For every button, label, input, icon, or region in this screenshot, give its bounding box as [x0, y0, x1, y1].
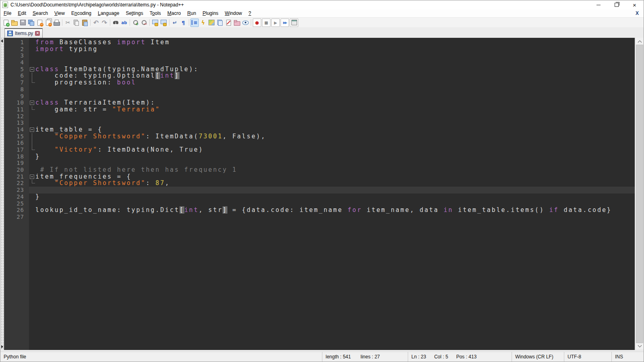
scroll-down-button[interactable] [636, 343, 644, 350]
cut-icon[interactable]: ✂ [64, 19, 72, 27]
fold-marker[interactable] [29, 153, 35, 160]
fold-marker[interactable] [29, 99, 35, 106]
fold-marker[interactable] [29, 72, 35, 79]
open-file-icon[interactable] [10, 19, 19, 27]
function-list-icon[interactable]: ϟ [199, 19, 207, 27]
menu-item[interactable]: Run [184, 10, 199, 17]
fold-marker[interactable] [29, 167, 35, 173]
line-number: 7 [4, 79, 29, 86]
macro-record-icon[interactable]: ● [253, 19, 261, 27]
docked-panel-splitter[interactable] [0, 38, 4, 350]
new-file-icon[interactable] [2, 19, 10, 27]
app-icon [2, 2, 8, 8]
monitoring-icon[interactable] [241, 19, 250, 27]
fold-marker[interactable] [29, 187, 35, 193]
menu-item[interactable]: View [51, 10, 68, 17]
save-all-icon[interactable] [27, 19, 35, 27]
fold-marker[interactable] [29, 119, 35, 126]
fold-marker[interactable] [29, 52, 35, 59]
status-insert-mode[interactable]: INS [611, 352, 644, 362]
fold-marker[interactable] [29, 46, 35, 53]
fold-marker[interactable] [29, 140, 35, 146]
expand-panel-arrow-icon[interactable] [1, 345, 3, 348]
toolbar-separator [169, 19, 169, 26]
fold-marker[interactable] [29, 79, 35, 86]
document-list-icon[interactable] [216, 19, 224, 27]
close-all-icon[interactable] [44, 19, 52, 27]
fold-marker[interactable] [29, 173, 35, 180]
indent-guide-icon[interactable]: ≡ [190, 19, 199, 27]
fold-marker[interactable] [29, 106, 35, 113]
fold-marker[interactable] [29, 133, 35, 140]
status-encoding[interactable]: UTF-8 [564, 352, 611, 362]
tab-items-py[interactable]: Items.py ✕ [4, 28, 43, 38]
copy-icon[interactable] [72, 19, 80, 27]
fold-marker[interactable] [29, 113, 35, 120]
menu-item[interactable]: Window [222, 10, 246, 17]
collapse-panel-arrow-icon[interactable] [1, 39, 3, 43]
close-document-icon[interactable] [35, 19, 44, 27]
toolbar-separator [110, 19, 110, 26]
scroll-up-button[interactable] [636, 38, 644, 45]
document-map-icon[interactable] [207, 19, 216, 27]
fold-marker[interactable] [29, 126, 35, 133]
menu-item[interactable]: Plugins [199, 10, 221, 17]
replace-icon[interactable]: ab [120, 19, 128, 27]
line-body [29, 214, 635, 220]
fold-marker[interactable] [29, 160, 35, 167]
define-language-icon[interactable] [224, 19, 233, 27]
menu-item[interactable]: Tools [147, 10, 164, 17]
fold-marker[interactable] [29, 214, 35, 220]
redo-icon[interactable]: ↷ [100, 19, 109, 27]
fold-marker[interactable] [29, 207, 35, 214]
zoom-out-icon[interactable] [140, 19, 148, 27]
code-editor[interactable]: 1 from BaseClasses import Item 2 import … [4, 38, 635, 350]
menu-item[interactable]: Language [95, 10, 122, 17]
show-all-characters-icon[interactable]: ¶ [179, 19, 188, 27]
scrollbar-thumb[interactable] [636, 45, 643, 343]
fold-marker[interactable] [29, 59, 35, 66]
minimize-button[interactable] [589, 0, 607, 9]
code-line: 27 [4, 214, 635, 220]
restore-button[interactable] [607, 0, 625, 9]
macro-play-icon[interactable]: ▶ [271, 19, 280, 27]
toolbar: ✂↶↷ab↵¶≡ϟ●■▶▶▶ [0, 17, 644, 27]
paste-icon[interactable] [80, 19, 89, 27]
fold-marker[interactable] [29, 180, 35, 187]
folder-as-workspace-icon[interactable] [233, 19, 241, 27]
fold-marker[interactable] [29, 193, 35, 200]
line-number: 11 [4, 106, 29, 113]
zoom-in-icon[interactable] [131, 19, 140, 27]
macro-run-multiple-icon[interactable]: ▶▶ [281, 19, 289, 27]
menu-item[interactable]: Settings [122, 10, 146, 17]
menu-item[interactable]: Macro [164, 10, 184, 17]
save-icon[interactable] [19, 19, 27, 27]
menu-item[interactable]: File [0, 10, 14, 17]
menu-item[interactable]: ? [245, 10, 254, 17]
menu-item[interactable]: Edit [14, 10, 29, 17]
fold-marker[interactable] [29, 66, 35, 73]
menu-item[interactable]: Search [29, 10, 51, 17]
fold-marker[interactable] [29, 39, 35, 46]
status-eol-format[interactable]: Windows (CR LF) [512, 352, 564, 362]
sync-vertical-scroll-icon[interactable] [151, 19, 159, 27]
close-document-x-button[interactable]: X [634, 10, 640, 17]
close-button[interactable]: × [625, 0, 644, 9]
code-line: 4 [4, 59, 635, 66]
line-body: from BaseClasses import Item [29, 39, 635, 46]
macro-stop-icon[interactable]: ■ [262, 19, 270, 27]
undo-icon[interactable]: ↶ [92, 19, 100, 27]
fold-marker[interactable] [29, 146, 35, 153]
find-icon[interactable] [111, 19, 120, 27]
vertical-scrollbar[interactable] [635, 38, 644, 350]
macro-save-icon[interactable] [290, 19, 298, 27]
tab-close-icon[interactable]: ✕ [35, 31, 40, 36]
fold-marker[interactable] [29, 86, 35, 93]
sync-horizontal-scroll-icon[interactable] [159, 19, 168, 27]
menu-item[interactable]: Encoding [68, 10, 95, 17]
fold-marker[interactable] [29, 93, 35, 100]
print-icon[interactable] [52, 19, 61, 27]
word-wrap-icon[interactable]: ↵ [171, 19, 179, 27]
fold-marker[interactable] [29, 200, 35, 207]
toolbar-icon-glyph: ϟ [201, 19, 205, 26]
